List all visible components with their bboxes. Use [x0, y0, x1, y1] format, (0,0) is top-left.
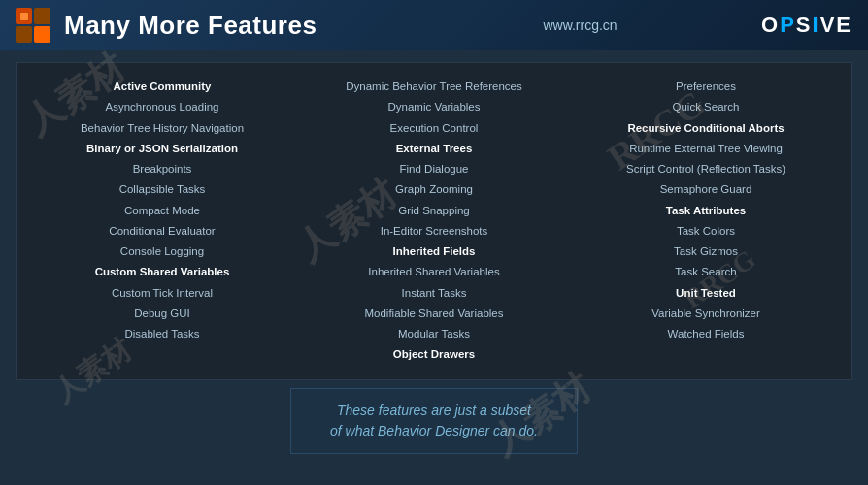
- svg-rect-2: [16, 26, 32, 43]
- feature-item: Breakpoints: [34, 159, 290, 179]
- feature-item: Inherited Fields: [306, 242, 562, 262]
- feature-item: Grid Snapping: [306, 201, 562, 221]
- feature-item: Task Colors: [578, 221, 834, 242]
- page-title: Many More Features: [64, 11, 399, 41]
- feature-item: In-Editor Screenshots: [306, 221, 562, 242]
- bottom-box: These features are just a subset of what…: [290, 388, 578, 454]
- main-content: 人素材 RRCG 人素材 RRCG 人素材 人素材 Active Communi…: [0, 50, 868, 485]
- feature-item: Custom Shared Variables: [34, 262, 290, 282]
- bottom-text: These features are just a subset of what…: [330, 401, 538, 441]
- header: Many More Features www.rrcg.cn OPSIVE: [0, 0, 868, 50]
- column-3: PreferencesQuick SearchRecursive Conditi…: [570, 77, 842, 366]
- feature-item: Instant Tasks: [306, 283, 562, 304]
- feature-item: Debug GUI: [34, 304, 290, 324]
- feature-item: Modifiable Shared Variables: [306, 304, 562, 324]
- feature-item: Asynchronous Loading: [34, 97, 290, 117]
- feature-item: Object Drawers: [306, 344, 562, 365]
- feature-item: Task Attributes: [578, 201, 834, 221]
- feature-item: Script Control (Reflection Tasks): [578, 159, 834, 179]
- feature-item: Runtime External Tree Viewing: [578, 139, 834, 159]
- feature-item: Binary or JSON Serialization: [34, 139, 290, 159]
- feature-item: Variable Synchronizer: [578, 304, 834, 324]
- website-url: www.rrcg.cn: [413, 17, 748, 33]
- feature-item: Execution Control: [306, 118, 562, 139]
- feature-item: Unit Tested: [578, 283, 834, 304]
- feature-item: Dynamic Behavior Tree References: [306, 77, 562, 97]
- feature-item: Recursive Conditional Aborts: [578, 118, 834, 139]
- svg-rect-3: [34, 26, 50, 43]
- feature-item: Find Dialogue: [306, 159, 562, 179]
- feature-item: Collapsible Tasks: [34, 179, 290, 200]
- feature-item: External Trees: [306, 139, 562, 159]
- bottom-section: These features are just a subset of what…: [16, 388, 852, 454]
- feature-item: Quick Search: [578, 97, 834, 117]
- feature-item: Inherited Shared Variables: [306, 262, 562, 282]
- feature-item: Custom Tick Interval: [34, 283, 290, 304]
- column-2: Dynamic Behavior Tree ReferencesDynamic …: [298, 77, 570, 366]
- feature-item: Dynamic Variables: [306, 97, 562, 117]
- svg-rect-4: [20, 13, 28, 20]
- features-panel: Active CommunityAsynchronous LoadingBeha…: [16, 62, 852, 380]
- svg-rect-1: [34, 8, 50, 24]
- app-icon: [16, 8, 50, 43]
- column-1: Active CommunityAsynchronous LoadingBeha…: [26, 77, 298, 366]
- feature-item: Task Search: [578, 262, 834, 282]
- feature-item: Compact Mode: [34, 201, 290, 221]
- feature-item: Preferences: [578, 77, 834, 97]
- feature-item: Disabled Tasks: [34, 324, 290, 344]
- feature-item: Watched Fields: [578, 324, 834, 344]
- feature-item: Console Logging: [34, 242, 290, 262]
- feature-item: Conditional Evaluator: [34, 221, 290, 242]
- feature-item: Active Community: [34, 77, 290, 97]
- feature-item: Behavior Tree History Navigation: [34, 118, 290, 139]
- feature-item: Semaphore Guard: [578, 179, 834, 200]
- feature-item: Modular Tasks: [306, 324, 562, 344]
- feature-item: Graph Zooming: [306, 179, 562, 200]
- feature-item: Task Gizmos: [578, 242, 834, 262]
- company-logo: OPSIVE: [761, 13, 852, 38]
